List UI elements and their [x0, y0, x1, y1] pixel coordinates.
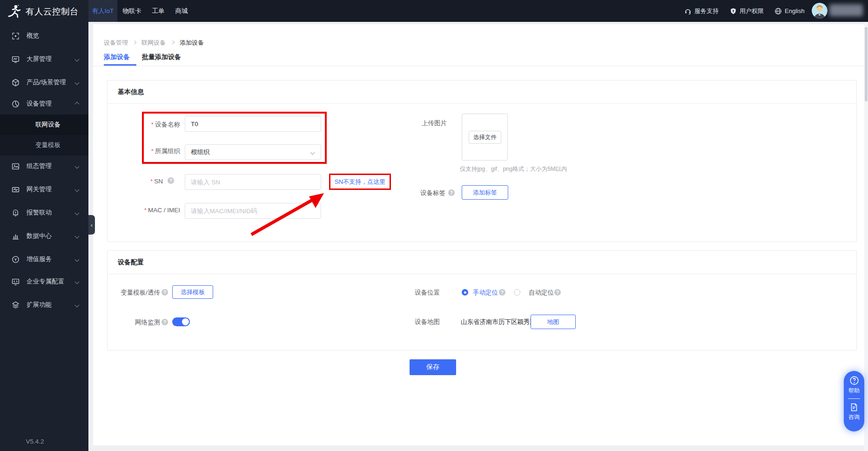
headset-icon — [684, 7, 692, 15]
support-button[interactable]: 服务支持 — [684, 0, 719, 22]
breadcrumb-separator-icon — [133, 40, 136, 44]
sidebar-item-label: 设备管理 — [27, 100, 52, 108]
scrollbar-thumb[interactable] — [865, 27, 868, 101]
sn-input[interactable] — [185, 174, 321, 190]
organization-select[interactable]: 根组织 — [185, 144, 321, 160]
device-address-text: 山东省济南市历下区颖秀路 — [461, 318, 536, 326]
image-icon — [12, 162, 20, 170]
sidebar-item-device-mgmt[interactable]: 设备管理 — [0, 93, 88, 114]
sidebar-item-configuration-mgmt[interactable]: 组态管理 — [0, 155, 88, 177]
help-label[interactable]: 帮助 — [848, 387, 860, 395]
monitor-code-icon — [12, 278, 20, 286]
sn-help-icon[interactable]: ? — [168, 177, 174, 184]
float-divider — [848, 398, 860, 399]
auto-location-option[interactable]: 自动定位 — [529, 289, 554, 297]
language-switch[interactable]: English — [774, 0, 805, 22]
sidebar-item-label: 企业专属配置 — [27, 277, 64, 286]
network-monitor-help-icon[interactable]: ? — [161, 319, 168, 325]
sn-link-annotation-box: SN不支持，点这里 — [329, 174, 391, 190]
topnav-tab-workorder[interactable]: 工单 — [147, 0, 170, 22]
tab-add-device[interactable]: 添加设备 — [104, 53, 130, 61]
upload-format-note: 仅支持jpg、gif、png格式；大小为5M以内 — [460, 165, 567, 173]
topnav-tab-label: 有人IoT — [92, 7, 114, 15]
device-location-label: 设备位置 — [414, 289, 440, 297]
sidebar-submenu-device: 联网设备 变量模板 — [0, 114, 88, 155]
breadcrumb-separator-icon — [171, 40, 175, 44]
overview-icon — [12, 32, 20, 40]
manual-location-option[interactable]: 手动定位 — [473, 289, 498, 297]
topnav-tab-label: 物联卡 — [122, 7, 141, 15]
help-circle-icon[interactable] — [849, 376, 859, 385]
sn-not-supported-link[interactable]: SN不支持，点这里 — [335, 178, 385, 186]
sidebar-item-overview[interactable]: 概览 — [0, 25, 88, 47]
choose-template-button[interactable]: 选择模板 — [172, 285, 213, 299]
sidebar-collapse-handle[interactable]: ‹ — [88, 215, 95, 235]
sidebar-item-extensions[interactable]: 扩展功能 — [0, 294, 88, 316]
pie-icon — [12, 100, 20, 108]
sidebar-item-enterprise-config[interactable]: 企业专属配置 — [0, 271, 88, 292]
organization-value: 根组织 — [191, 148, 210, 156]
topnav-tab-mall[interactable]: 商城 — [170, 0, 193, 22]
logo-title: 有人云控制台 — [26, 6, 79, 17]
device-name-input[interactable] — [185, 116, 321, 132]
required-mark: * — [151, 121, 154, 128]
required-mark: * — [151, 148, 154, 155]
topnav-tab-sim[interactable]: 物联卡 — [117, 0, 147, 22]
required-mark: * — [150, 178, 153, 185]
user-avatar[interactable] — [812, 3, 828, 19]
tab-divider — [93, 66, 864, 66]
collapse-icon: ‹ — [91, 222, 93, 229]
topnav-tab-iot[interactable]: 有人IoT — [88, 0, 117, 22]
bar-chart-icon — [12, 232, 20, 240]
manual-location-help-icon[interactable]: ? — [499, 289, 505, 296]
mac-imei-label: *MAC / IMEI — [140, 207, 180, 214]
sidebar-subitem-variable-templates[interactable]: 变量模板 — [0, 135, 88, 155]
device-tag-help-icon[interactable]: ? — [448, 189, 455, 196]
required-mark: * — [144, 207, 147, 214]
auto-location-help-icon[interactable]: ? — [554, 289, 561, 296]
save-button[interactable]: 保存 — [410, 359, 456, 375]
sidebar-item-screen-mgmt[interactable]: 大屏管理 — [0, 48, 88, 70]
sidebar-item-alarm-linkage[interactable]: 报警联动 — [0, 202, 88, 223]
coin-icon — [12, 256, 20, 263]
sidebar-item-product-scene[interactable]: 产品/场景管理 — [0, 72, 88, 93]
sidebar-subitem-label: 变量模板 — [35, 141, 61, 149]
float-help-widget: 帮助 咨询 — [844, 371, 864, 431]
sidebar-item-label: 增值服务 — [27, 255, 52, 263]
sidebar-item-gateway-mgmt[interactable]: 网关管理 — [0, 179, 88, 200]
mac-imei-input[interactable] — [185, 203, 321, 219]
topnav-tab-label: 工单 — [152, 7, 165, 15]
topnav-tab-label: 商城 — [175, 7, 188, 15]
map-button[interactable]: 地图 — [531, 315, 576, 329]
tab-batch-add-device[interactable]: 批量添加设备 — [142, 53, 181, 61]
auto-location-radio[interactable] — [514, 289, 520, 296]
sidebar-item-value-added[interactable]: 增值服务 — [0, 249, 88, 270]
permissions-button[interactable]: 用户权限 — [730, 0, 764, 22]
upload-image-label: 上传图片 — [422, 119, 444, 128]
layers-icon — [12, 301, 20, 309]
sidebar-item-data-center[interactable]: 数据中心 — [0, 225, 88, 247]
breadcrumb-device-mgmt[interactable]: 设备管理 — [104, 39, 128, 47]
variable-template-help-icon[interactable]: ? — [161, 289, 168, 296]
sidebar-item-label: 数据中心 — [27, 232, 52, 240]
sidebar-item-label: 报警联动 — [27, 209, 52, 217]
shield-icon — [730, 7, 737, 15]
device-tag-label: 设备标签 — [420, 189, 445, 197]
consult-label[interactable]: 咨询 — [848, 413, 860, 421]
consult-doc-icon[interactable] — [849, 403, 859, 412]
big-screen-icon — [12, 55, 20, 63]
choose-file-button[interactable]: 选择文件 — [469, 131, 501, 144]
manual-location-radio[interactable] — [462, 289, 468, 296]
chevron-down-icon — [75, 80, 80, 85]
sidebar-item-label: 大屏管理 — [27, 55, 52, 63]
add-tag-button[interactable]: 添加标签 — [462, 185, 508, 200]
chevron-down-icon — [75, 164, 80, 168]
device-name-label: *设备名称 — [144, 121, 180, 129]
network-monitor-toggle[interactable] — [172, 317, 190, 326]
sidebar-subitem-networked-devices[interactable]: 联网设备 — [0, 114, 88, 135]
main-panel: 设备管理 联网设备 添加设备 添加设备 批量添加设备 基本信息 *设备名称 *所… — [93, 24, 864, 445]
device-config-section: 设备配置 — [107, 250, 857, 350]
basic-info-title: 基本信息 — [108, 81, 856, 104]
sidebar-item-label: 概览 — [27, 32, 39, 40]
breadcrumb-networked-devices[interactable]: 联网设备 — [141, 39, 166, 47]
